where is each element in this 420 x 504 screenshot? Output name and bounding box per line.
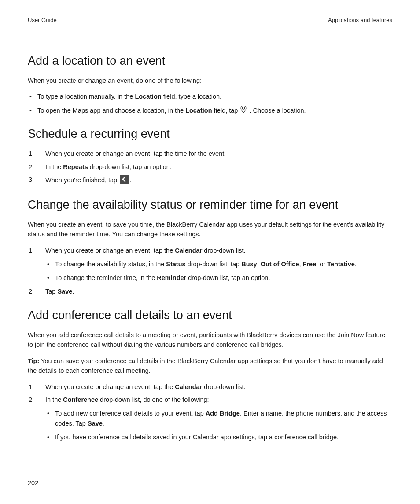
page-header: User Guide Applications and features	[28, 17, 392, 23]
section1-intro: When you create or change an event, do o…	[28, 76, 392, 85]
section3-steps: When you create or change an event, tap …	[28, 246, 392, 297]
list-item: To type a location manually, in the Loca…	[37, 92, 392, 102]
header-right: Applications and features	[328, 17, 392, 23]
section4-steps: When you create or change an event, tap …	[28, 382, 392, 443]
list-item: When you create or change an event, tap …	[28, 382, 392, 392]
list-item: In the Repeats drop-down list, tap an op…	[28, 162, 392, 172]
list-item: If you have conference call details save…	[55, 432, 392, 442]
section4-tip: Tip: You can save your conference call d…	[28, 356, 392, 376]
section1-bullets: To type a location manually, in the Loca…	[28, 92, 392, 116]
list-item: To add new conference call details to yo…	[55, 408, 392, 429]
section2-steps: When you create or change an event, tap …	[28, 149, 392, 187]
list-item: To open the Maps app and choose a locati…	[37, 106, 392, 116]
list-item: When you create or change an event, tap …	[28, 246, 392, 283]
location-pin-icon	[240, 106, 247, 116]
page-number: 202	[28, 479, 38, 486]
svg-rect-0	[120, 175, 129, 184]
heading-schedule-recurring: Schedule a recurring event	[28, 127, 392, 141]
header-left: User Guide	[28, 17, 57, 23]
heading-add-location: Add a location to an event	[28, 54, 392, 68]
back-chevron-icon	[120, 175, 129, 187]
section3-intro: When you create an event, to save you ti…	[28, 220, 392, 239]
section4-intro: When you add conference call details to …	[28, 330, 392, 350]
list-item: To change the availability status, in th…	[55, 259, 392, 269]
heading-conference-call: Add conference call details to an event	[28, 309, 392, 322]
list-item: To change the reminder time, in the Remi…	[55, 273, 392, 283]
list-item: When you're finished, tap .	[28, 175, 392, 187]
heading-change-availability: Change the availability status or remind…	[28, 198, 392, 212]
list-item: When you create or change an event, tap …	[28, 149, 392, 159]
list-item: In the Conference drop-down list, do one…	[28, 395, 392, 443]
list-item: Tap Save.	[28, 287, 392, 297]
